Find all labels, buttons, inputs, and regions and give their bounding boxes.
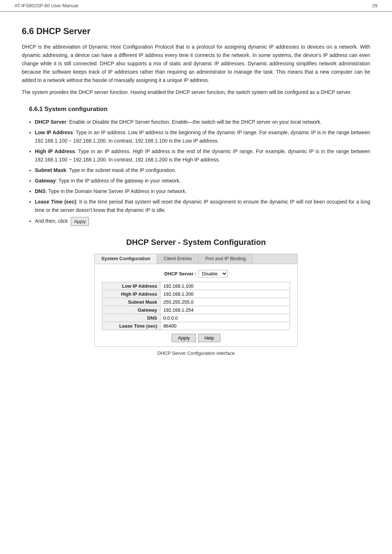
list-item: Lease Time (sec): It is the time period … <box>35 198 370 214</box>
field-label-5: Lease Time (sec) <box>102 322 160 330</box>
bullet-bold-4: Gateway <box>35 178 56 184</box>
tab-system-configuration[interactable]: System Configuration <box>95 254 157 264</box>
form-buttons: Apply Help <box>102 334 290 342</box>
field-input-2[interactable] <box>163 299 287 305</box>
list-item: Subnet Mask: Type in the subnet mask of … <box>35 166 370 175</box>
list-item: Low IP Address: Type in an IP address. L… <box>35 128 370 145</box>
bullet-text-2: : Type in an IP address. High IP address… <box>35 148 370 163</box>
tab-client-entries[interactable]: Client Entries <box>157 254 199 264</box>
bullet-bold-6: Lease Time (sec) <box>35 199 76 205</box>
field-label-3: Gateway <box>102 306 160 314</box>
field-input-5[interactable] <box>163 323 287 329</box>
header-page-number: 29 <box>372 3 377 8</box>
ui-title: DHCP Server - System Configuration <box>126 238 266 247</box>
list-item: Gateway: Type in the IP address of the g… <box>35 177 370 185</box>
dhcp-server-select[interactable]: Disable Enable <box>199 270 228 278</box>
ui-box: System Configuration Client Entries Port… <box>94 254 298 347</box>
apply-inline-button[interactable]: Apply <box>71 217 89 226</box>
bullet-list: DHCP Server: Enable or Disable the DHCP … <box>35 118 370 226</box>
intro-paragraph-1: DHCP is the abbreviation of Dynamic Host… <box>22 43 370 85</box>
bullet-bold-0: DHCP Server <box>35 119 66 125</box>
list-item: DNS: Type in the Domain Name Server IP A… <box>35 187 370 196</box>
ui-caption: DHCP Server Configuration interface <box>158 350 235 356</box>
ui-form: DHCP Server : Disable Enable Low IP Addr… <box>95 264 297 346</box>
field-label-2: Subnet Mask <box>102 298 160 306</box>
table-row: Low IP Address <box>102 282 290 290</box>
page-header: AT-IFS802SP-80 User Manual 29 <box>0 0 392 12</box>
field-value-0[interactable] <box>160 282 290 290</box>
list-item-apply: And then, click Apply <box>35 217 370 226</box>
list-item: DHCP Server: Enable or Disable the DHCP … <box>35 118 370 126</box>
table-row: DNS <box>102 314 290 322</box>
field-label-0: Low IP Address <box>102 282 160 290</box>
dhcp-server-label: DHCP Server : <box>164 271 197 276</box>
intro-paragraph-2: The system provides the DHCP server func… <box>22 88 370 97</box>
header-title: AT-IFS802SP-80 User Manual <box>15 3 78 8</box>
bullet-text-3: : Type in the subnet mask of the IP conf… <box>66 167 176 173</box>
ui-section: DHCP Server - System Configuration Syste… <box>22 238 370 356</box>
table-row: Lease Time (sec) <box>102 322 290 330</box>
table-row: High IP Address <box>102 290 290 298</box>
bullet-bold-1: Low IP Address <box>35 130 73 135</box>
field-value-5[interactable] <box>160 322 290 330</box>
field-input-0[interactable] <box>163 283 287 289</box>
table-row: Gateway <box>102 306 290 314</box>
apply-button[interactable]: Apply <box>172 334 196 342</box>
bullet-text-0: : Enable or Disable the DHCP Server func… <box>66 119 322 125</box>
dhcp-server-row: DHCP Server : Disable Enable <box>102 270 290 278</box>
field-value-4[interactable] <box>160 314 290 322</box>
field-input-1[interactable] <box>163 291 287 297</box>
help-button[interactable]: Help <box>198 334 220 342</box>
field-input-3[interactable] <box>163 307 287 313</box>
bullet-text-5: : Type in the Domain Name Server IP Addr… <box>46 188 187 194</box>
section-title: 6.6 DHCP Server <box>22 26 370 36</box>
field-value-2[interactable] <box>160 298 290 306</box>
and-then-text: And then, click <box>35 218 68 224</box>
list-item: High IP Address: Type in an IP address. … <box>35 147 370 164</box>
table-row: Subnet Mask <box>102 298 290 306</box>
field-label-4: DNS <box>102 314 160 322</box>
field-value-3[interactable] <box>160 306 290 314</box>
main-content: 6.6 DHCP Server DHCP is the abbreviation… <box>0 12 392 370</box>
bullet-text-4: : Type in the IP address of the gateway … <box>56 178 181 184</box>
bullet-bold-2: High IP Address <box>35 148 75 154</box>
field-input-4[interactable] <box>163 315 287 321</box>
fields-table: Low IP Address High IP Address Subnet Ma… <box>102 282 290 330</box>
ui-tabs: System Configuration Client Entries Port… <box>95 254 297 264</box>
bullet-bold-5: DNS <box>35 188 46 194</box>
field-value-1[interactable] <box>160 290 290 298</box>
bullet-text-6: : It is the time period that system will… <box>35 199 370 213</box>
bullet-bold-3: Subnet Mask <box>35 167 66 173</box>
field-label-1: High IP Address <box>102 290 160 298</box>
tab-port-ip-binding[interactable]: Port and IP Binding <box>199 254 253 264</box>
page-container: AT-IFS802SP-80 User Manual 29 6.6 DHCP S… <box>0 0 392 554</box>
bullet-text-1: : Type in an IP address. Low IP address … <box>35 130 370 144</box>
subsection-title: 6.6.1 System configuration <box>29 106 370 113</box>
